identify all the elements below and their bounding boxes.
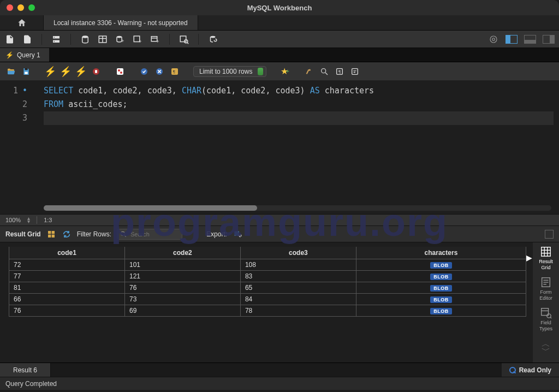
svg-rect-24 [117,68,123,75]
panel-toggle-bottom[interactable] [524,35,536,44]
column-header[interactable]: code3 [240,247,356,259]
zoom-level[interactable]: 100% [5,217,21,223]
query-tab[interactable]: ⚡ Query 1 [0,48,50,62]
schema-inspector-icon[interactable] [80,34,91,45]
panel-toggle-left[interactable] [506,35,518,44]
zoom-stepper-icon[interactable]: ▴▾ [27,217,30,223]
table-row[interactable]: 77 121 83 BLOB [9,271,526,282]
svg-line-16 [187,43,188,44]
table-row[interactable]: 66 73 84 BLOB [9,294,526,305]
search-icon [120,230,127,238]
result-tab[interactable]: Result 6 [0,363,51,377]
side-scroll-chevrons[interactable]: ︿﹀ [542,341,550,354]
server-admin-icon[interactable] [51,34,62,45]
search-table-data-icon[interactable] [179,34,189,45]
side-result-grid[interactable]: Result Grid [539,246,553,271]
svg-point-1 [54,37,55,38]
add-table-icon[interactable]: + [132,34,143,45]
add-schema-icon[interactable]: + [115,34,126,45]
status-bar: Query Completed [0,377,559,390]
svg-point-17 [211,35,216,38]
column-header[interactable]: code2 [124,247,240,259]
export-button[interactable] [233,229,242,239]
side-field-types[interactable]: Field Types [539,307,552,332]
result-area: code1 code2 code3 characters 72 101 108 … [0,242,559,363]
toggle-autocommit-button[interactable] [115,66,126,77]
blob-badge: BLOB [430,296,452,303]
svg-text:+: + [156,38,159,44]
settings-icon[interactable] [488,34,499,45]
window-title: MySQL Workbench [0,4,559,12]
svg-rect-38 [48,234,51,237]
explain-button[interactable]: ⚡ [75,66,86,77]
grid-view-icon[interactable] [46,229,56,239]
rollback-button[interactable] [154,66,165,77]
save-file-button[interactable] [21,66,32,77]
new-sql-tab-button[interactable]: + [4,34,15,45]
svg-point-19 [492,38,495,40]
home-icon [17,18,27,28]
blob-badge: BLOB [430,262,452,269]
svg-point-40 [121,231,124,235]
column-header[interactable]: code1 [9,247,125,259]
execute-current-button[interactable]: ⚡ [60,66,71,77]
svg-point-25 [118,69,120,72]
home-tab[interactable] [0,15,44,30]
connection-tabstrip: Local instance 3306 - Warning - not supp… [0,15,559,31]
open-sql-file-button[interactable] [22,34,33,45]
beautify-button[interactable] [304,66,314,77]
minimize-window-button[interactable] [17,4,24,11]
connection-tab[interactable]: Local instance 3306 - Warning - not supp… [44,15,198,30]
table-tool-icon[interactable] [97,34,108,45]
toggle-invisible-button[interactable]: ¶ [334,66,345,77]
table-row[interactable]: 76 69 78 BLOB [9,305,526,317]
result-grid[interactable]: code1 code2 code3 characters 72 101 108 … [9,247,526,317]
svg-point-54 [547,314,551,318]
open-file-button[interactable] [5,66,16,77]
reconnect-icon[interactable] [207,34,218,45]
row-limit-select[interactable]: Limit to 1000 rows [193,66,266,77]
svg-point-18 [490,36,497,43]
code-area[interactable]: SELECT code1, code2, code3, CHAR(code1, … [33,81,559,214]
svg-rect-14 [180,36,186,42]
add-view-icon[interactable]: + [150,34,160,45]
side-form-editor[interactable]: Form Editor [539,276,552,301]
execute-button[interactable]: ⚡ [45,66,56,77]
editor-horizontal-scrollbar[interactable] [44,205,551,211]
favorite-button[interactable]: ★+ [280,66,290,77]
close-window-button[interactable] [7,4,13,11]
blob-badge: BLOB [430,308,452,314]
toggle-whitespace-button[interactable]: ¶ [169,66,180,77]
zoom-window-button[interactable] [28,4,35,11]
svg-rect-37 [51,231,54,234]
query-tab-label: Query 1 [17,51,40,59]
svg-point-7 [117,35,122,38]
query-tabstrip: ⚡ Query 1 [0,48,559,62]
result-toolbar: Result Grid Filter Rows: Export: [0,226,559,242]
svg-rect-36 [48,231,51,234]
svg-point-2 [54,41,55,42]
bolt-icon: ⚡ [5,51,14,59]
sql-editor[interactable]: 1 2 3 SELECT code1, code2, code3, CHAR(c… [0,81,559,214]
result-side-panel: Result Grid Form Editor Field Types ︿﹀ [533,242,559,363]
table-row[interactable]: 72 101 108 BLOB [9,259,526,271]
svg-point-3 [82,35,88,38]
export-label: Export: [206,230,227,238]
status-text: Query Completed [5,380,57,388]
commit-button[interactable] [139,66,150,77]
line-number: 3 [0,111,27,125]
svg-rect-43 [542,247,551,257]
svg-line-41 [124,235,126,236]
svg-text:¶: ¶ [173,69,175,74]
stop-button[interactable] [91,66,102,77]
wrap-cells-toggle[interactable] [545,230,554,239]
table-row[interactable]: 81 76 65 BLOB [9,282,526,294]
find-button[interactable] [319,66,330,77]
refresh-icon[interactable] [62,229,72,239]
wrap-button[interactable] [349,66,360,77]
svg-text:+: + [139,38,141,44]
column-header[interactable]: characters [356,247,526,259]
expand-side-arrow[interactable]: ▶ [526,242,533,363]
blob-badge: BLOB [430,274,452,280]
panel-toggle-right[interactable] [543,35,555,44]
